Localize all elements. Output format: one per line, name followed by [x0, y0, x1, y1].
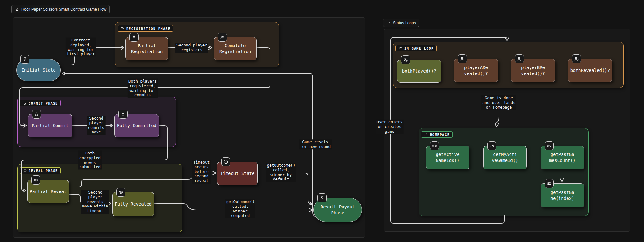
eye-icon	[118, 190, 123, 195]
node-label: Partial Commit	[32, 123, 69, 129]
frame-title: Rock Paper Scissors Smart Contract Game …	[21, 7, 106, 12]
edge-label-contract-deployed[interactable]: Contract deployed, waiting for first pla…	[66, 38, 96, 57]
node-badge-fully-revealed	[116, 188, 125, 197]
eye-icon	[23, 169, 27, 173]
node-label: playerARe vealed()?	[464, 65, 488, 77]
node-badge-timeout-state	[221, 157, 230, 166]
edge-label-both-encrypted-moves[interactable]: Both encrypted moves submitted	[78, 151, 102, 170]
node-label: Partial Registration	[131, 43, 163, 55]
node-label: Partial Reveal	[29, 189, 66, 195]
node-label: bothPlayed()?	[402, 68, 437, 74]
node-label: getPastGa me(index)	[551, 190, 574, 202]
dollar-icon	[320, 196, 324, 200]
node-label: Timeout State	[220, 170, 255, 176]
diagram-canvas[interactable]: Rock Paper Scissors Smart Contract Game …	[0, 0, 644, 242]
edge-label-second-player-reveals[interactable]: Second player reveals move within timeou…	[81, 190, 109, 214]
node-label: Initial State	[21, 67, 56, 73]
user-icon	[132, 35, 136, 40]
edge-label-user-enters[interactable]: User enters or creates game	[376, 120, 404, 134]
node-badge-initial-state	[20, 55, 29, 64]
edge-label-both-players-registered[interactable]: Both players registered, waiting for com…	[128, 79, 158, 98]
group-label-chip-in-game-loop[interactable]: IN GAME LOOP	[395, 45, 437, 51]
edge-label-getoutcome-winner-computed[interactable]: getOutcome() called, winner computed	[225, 199, 255, 218]
users-icon	[220, 35, 225, 40]
user-check-icon	[517, 56, 522, 61]
group-label-chip-registration-phase[interactable]: REGISTRATION PHASE	[118, 25, 173, 32]
group-label-chip-reveal-phase[interactable]: REVEAL PHASE	[20, 167, 61, 174]
frame-title-chip-status-loops[interactable]: Status Loops	[383, 19, 419, 27]
user-check-icon	[460, 56, 465, 61]
frame-icon	[386, 21, 391, 25]
node-label: Fully Committed	[117, 123, 156, 129]
node-label: Result Payout Phase	[321, 204, 355, 216]
node-badge-bothplayed	[401, 55, 410, 64]
user-plus-icon	[120, 26, 124, 30]
node-badge-getmyactivegameid	[487, 141, 496, 150]
group-label: HOMEPAGE	[430, 133, 450, 137]
node-label: bothRevealed()?	[570, 67, 610, 73]
node-label: Fully Revealed	[115, 201, 152, 207]
edge-label-second-player-commits[interactable]: Second player commits move	[87, 116, 106, 135]
node-badge-playerb-revealed	[515, 54, 524, 63]
user-edit-icon	[403, 57, 408, 62]
group-label: REVEAL PHASE	[29, 169, 58, 173]
lock-icon	[121, 112, 125, 116]
gamepad-icon	[547, 143, 552, 148]
node-badge-getpastgame	[545, 179, 554, 188]
node-badge-result-payout-phase	[317, 193, 327, 202]
eye-icon	[34, 178, 38, 182]
node-label: getActive GameIds()	[436, 152, 460, 164]
edge-label-getoutcome-winner-default[interactable]: getOutcome() called, winner by default	[266, 163, 296, 182]
node-label: getPastGa mesCount()	[549, 152, 575, 164]
edge-label-timeout-occurs[interactable]: Timeout occurs before second reveal	[192, 160, 211, 184]
frame-icon	[15, 7, 19, 12]
group-label: IN GAME LOOP	[404, 46, 434, 50]
group-label-chip-commit-phase[interactable]: COMMIT PHASE	[20, 100, 61, 106]
clock-icon	[223, 159, 228, 164]
node-badge-getpastgamescount	[545, 141, 554, 150]
redo-icon	[424, 132, 428, 137]
node-badge-getactivegameids	[430, 141, 439, 150]
node-badge-playera-revealed	[458, 54, 467, 63]
node-badge-complete-registration	[218, 33, 227, 42]
gamepad-icon	[432, 143, 437, 148]
node-badge-partial-registration	[129, 33, 139, 42]
group-label-chip-homepage[interactable]: HOMEPAGE	[421, 131, 453, 138]
node-badge-both-revealed	[572, 54, 581, 63]
node-label: getMyActi veGameId()	[492, 152, 518, 164]
group-label: REGISTRATION PHASE	[126, 27, 170, 30]
node-badge-fully-committed	[118, 110, 128, 119]
edge-label-game-resets[interactable]: Game resets for new round	[299, 139, 332, 149]
lock-icon	[23, 101, 27, 105]
edge-label-second-player-registers[interactable]: Second player registers	[175, 43, 208, 53]
node-label: playerBRe vealed()?	[521, 65, 545, 77]
gamepad-icon	[547, 181, 552, 186]
node-label: Complete Registration	[219, 43, 251, 55]
file-icon	[23, 57, 27, 62]
node-badge-partial-commit	[32, 110, 41, 119]
frame-title: Status Loops	[393, 21, 416, 25]
edge-label-game-is-done[interactable]: Game is done and user lands on Homepage	[481, 95, 516, 110]
node-badge-partial-reveal	[31, 175, 40, 185]
gamepad-icon	[490, 143, 494, 148]
frame-title-chip-game-flow[interactable]: Rock Paper Scissors Smart Contract Game …	[11, 5, 110, 13]
user-check-icon	[574, 56, 579, 61]
lock-icon	[34, 112, 39, 116]
redo-icon	[398, 46, 402, 50]
group-label: COMMIT PHASE	[29, 101, 58, 105]
